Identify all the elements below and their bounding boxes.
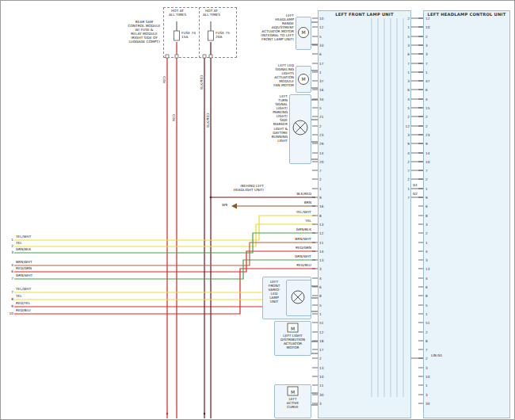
- hot-at-all-times-label-2: HOT AT ALL TIMES: [200, 9, 223, 17]
- pin-number: 7: [425, 62, 428, 66]
- wire-label-red-2: RED: [172, 114, 176, 121]
- pin-number: 2: [425, 357, 428, 361]
- pin-number: 30: [319, 393, 324, 397]
- pin-number: 21: [319, 115, 324, 119]
- pin-number: 6: [407, 88, 410, 92]
- pin-number: 10: [425, 25, 430, 29]
- hot-at-all-times-label-1: HOT AT ALL TIMES: [166, 9, 189, 17]
- pin-number: 33: [319, 44, 324, 48]
- pin-number: 7: [407, 196, 410, 200]
- pin-number: 4: [319, 277, 322, 281]
- pin-number: 1: [319, 71, 322, 74]
- connector-d1-label: D1: [413, 183, 424, 187]
- motor-m-glyph: M: [301, 29, 305, 35]
- pin-number: 4: [407, 97, 410, 101]
- pin-number: 51: [319, 321, 324, 325]
- pin-number: 29: [319, 142, 324, 146]
- boxed-m-glyph: M: [291, 326, 295, 331]
- pin-number: 5: [425, 304, 428, 307]
- pin-number: 11: [319, 241, 324, 245]
- pin-number: 10: [425, 375, 430, 379]
- pin-number: 12: [319, 25, 324, 29]
- pin-number: 13: [425, 267, 430, 271]
- pin-number: 2: [407, 160, 410, 164]
- active-curve-label: LEFT ACTIVE CURVE: [274, 397, 311, 409]
- connector-g2-label: G2: [413, 192, 424, 196]
- pin-number: 12: [406, 124, 410, 128]
- pin-number: 8: [319, 294, 322, 298]
- pin-number: 9: [407, 142, 410, 146]
- motor-m-glyph-2: M: [301, 76, 305, 82]
- pin-number: 37: [319, 79, 324, 83]
- lamp-unit-bus-lines: [372, 18, 403, 397]
- wire-label-red-1: RED: [162, 76, 166, 83]
- pin-number: 2: [425, 124, 428, 128]
- pin-number: 6: [425, 285, 428, 289]
- fan-motor-label: LEFT LED SIGNALING LIGHTS ACTUATION MODU…: [254, 63, 294, 87]
- pin-number: 9: [319, 196, 322, 200]
- vario-led-unit-label: LEFT FRONT VARIO- LED LAMP UNIT: [263, 280, 285, 304]
- pin-number: 1: [319, 187, 322, 191]
- pin-number: 3: [319, 402, 322, 406]
- pin-number: 1: [319, 312, 322, 316]
- pin-number: 1: [425, 71, 428, 74]
- pin-number: 16: [319, 204, 324, 208]
- pin-number: 2: [425, 35, 428, 39]
- pin-number: 30: [425, 402, 430, 406]
- turn-signal-lamp-label: LEFT TURN SIGNAL LIGHT/ PARKING LIGHT/ S…: [253, 94, 288, 143]
- pin-number: 10: [319, 17, 324, 21]
- pin-number: 2: [319, 124, 322, 128]
- pin-number: 13: [319, 258, 324, 262]
- pin-number: 6: [319, 52, 322, 56]
- pin-number: 7: [425, 169, 428, 173]
- pin-number: 5: [319, 304, 322, 307]
- pin-number: 5: [319, 106, 322, 110]
- pin-number: 14: [319, 151, 324, 155]
- pin-number: 5: [407, 35, 410, 39]
- pin-number: 16: [319, 88, 324, 92]
- pin-number: 9: [425, 196, 428, 200]
- pin-number: 4: [425, 250, 428, 254]
- lin-g1-label: LIN G1: [431, 353, 450, 357]
- pin-number: 11: [319, 384, 324, 388]
- pin-number: 2: [425, 330, 428, 334]
- pin-number: 2: [407, 178, 410, 181]
- rear-sam-module-label: REAR SAM CONTROL MODULE W/ FUSE & RELAY …: [126, 20, 162, 44]
- pin-number: 2: [319, 178, 322, 181]
- fuse-75-icon: [208, 31, 214, 40]
- pin-number: 3: [425, 258, 428, 262]
- pin-number: 1: [425, 312, 428, 316]
- pin-number: 1: [407, 25, 410, 29]
- blk-red-junction-dot: [210, 197, 212, 199]
- behind-headlight-note: (BEHIND LEFT HEADLIGHT UNIT): [216, 184, 264, 192]
- pin-number: 6: [425, 88, 428, 92]
- pin-number: 8: [319, 214, 322, 218]
- pin-number: 1: [407, 71, 410, 74]
- pin-number: 18: [319, 339, 324, 343]
- pin-number: 17: [319, 62, 324, 66]
- wire-label-blkred-2: BLK/RED: [206, 113, 210, 128]
- pin-number: 7: [425, 348, 428, 352]
- pin-number: 1: [425, 384, 428, 388]
- pin-number: 3: [425, 393, 428, 397]
- lamp-symbols: [292, 120, 307, 304]
- pin-number: 3: [407, 133, 410, 137]
- ground-arrow-icon: [231, 204, 237, 209]
- pin-number: 13: [319, 223, 324, 227]
- pin-number: 3: [425, 44, 428, 48]
- fuse-75-label: FUSE 75 20A: [216, 31, 231, 39]
- pin-number: 3: [425, 52, 428, 56]
- pin-number: 3: [425, 223, 428, 227]
- pin-number: 7: [319, 169, 322, 173]
- pin-number: 3: [319, 267, 322, 271]
- range-adjust-motor-label: LEFT HEADLAMP RANGE ADJUSTMENT ACTUATOR …: [254, 13, 294, 41]
- pin-number: 6: [425, 204, 428, 208]
- pin-number: 20: [319, 160, 324, 164]
- wire-label-blkred-1: BLK/RED: [200, 74, 204, 90]
- pin-number: 5: [319, 35, 322, 39]
- pin-number: 12: [425, 17, 430, 21]
- pin-number: 12: [319, 330, 324, 334]
- connector-squares: [166, 55, 212, 58]
- blk-red-junction-dot2: [204, 413, 205, 414]
- pin-number: 47: [425, 79, 430, 83]
